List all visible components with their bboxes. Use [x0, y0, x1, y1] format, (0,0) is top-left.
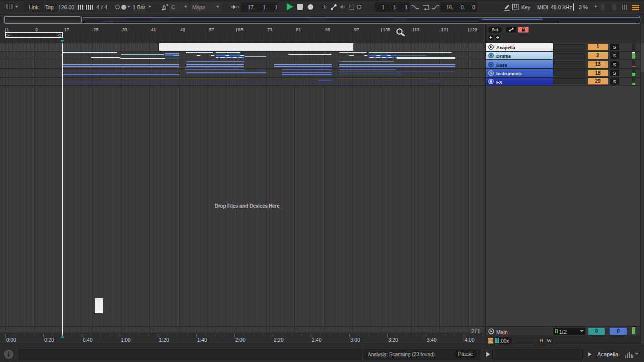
svg-text:#: #	[166, 3, 168, 7]
